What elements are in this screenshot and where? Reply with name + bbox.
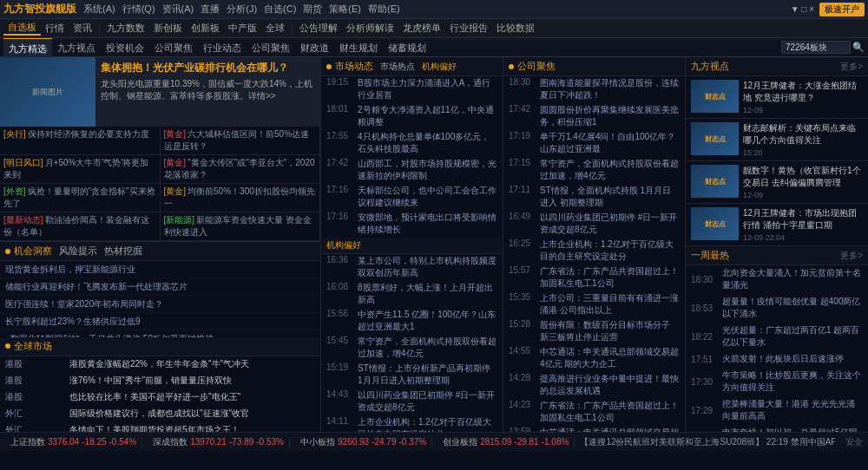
hot-material-tab[interactable]: 热材挖掘 [104,245,142,258]
market-item-9[interactable]: 15:56中资产生11.5 亿圈！100亿年？山东超过亚洲最大1 [321,308,503,335]
nav-mid[interactable]: 中产版 [224,22,261,35]
nav-help[interactable]: 帮助(E) [368,3,400,16]
flash-item-6[interactable]: [黄金]均衡前50%！300折扣股份均领先一 [161,184,321,212]
nav-live[interactable]: 直播 [201,3,220,16]
opportunity-item-2[interactable]: 储能行业再迎利好！飞腾发布新一代处理器芯片 [0,278,320,296]
company-item-6[interactable]: 16:49以四川药业集团已初期停 #日一新开资成交超8亿元 [503,211,685,238]
flash-item-4[interactable]: [黄金]"黄金大传区"或"李亚台大"，2020花落谁家？ [161,155,321,184]
tab-company[interactable]: 公司聚焦 [149,38,198,57]
company-item-3[interactable]: 17:19单千万1.4亿展4问！自由100亿年？山东超过亚洲最 [503,130,685,157]
market-item-3[interactable]: 17:554只机构持仓总量单体100多亿元，石头科技股最高 [321,130,503,157]
nav-futures[interactable]: 期货 [303,3,322,16]
nav-announcement[interactable]: 公告理解 [295,22,342,35]
tab-jiufang-viewpoint[interactable]: 九方视点 [52,38,101,57]
risk-tab[interactable]: 风险提示 [59,245,97,258]
tab-jiufang-select[interactable]: 九方精选 [3,38,52,57]
global-item-2[interactable]: 港股涨76%！中国"秀牛"前腿，销量量压持双快 [0,373,320,389]
tab-company2[interactable]: 公司聚焦 [247,38,295,57]
weekly-hot-list: 18:30北向资金大量涌入！加元贫前第十名量涌光 18:53超量量！疫情可能创优… [686,265,868,432]
ticker-text: 【速搜12份民航班对美联斯和至上海SU208班】 22:19 禁用中国APP, … [580,437,835,447]
nav-news[interactable]: 资讯(A) [162,3,194,16]
market-hot-tab[interactable]: 市场热点 [380,61,415,73]
nav-industry-report[interactable]: 行业报告 [445,22,492,35]
company-item-9[interactable]: 15:35上市公司：三重量目前有有涌进一涨涌港 公司指出以上 [503,291,685,318]
company-item-13[interactable]: 14:23广东省法：广东产品共资国超过上！加固私生电工1公司 [503,399,685,426]
hot-item-6[interactable]: 17:29挖菜棒涌量大量！港港 光光先光涌向量前高高 [686,396,868,425]
tab-financial-plan[interactable]: 财生规划 [334,38,383,57]
nav-analyst[interactable]: 分析师解读 [342,22,398,35]
opportunity-item-1[interactable]: 现货黄金拆利后，押宝新能源行业 [0,261,320,278]
company-item-4[interactable]: 17:15常宁资产，全面机构式持股双份看超过加速，增4亿元 [503,157,685,184]
market-dynamics-title: 市场动态 [335,60,373,73]
company-item-8[interactable]: 15:57广东省法：广东产品共资国超过上！加固私生电工1公司 [503,264,685,291]
flash-item-8[interactable]: [新能源]新能源车资金快速大量 资金金利快速进入 [161,212,321,241]
nav-news-tab[interactable]: 资讯 [69,22,96,35]
nav-system[interactable]: 系统(A) [83,3,115,16]
nav-jiufang-data[interactable]: 九方数数 [102,22,149,35]
viewpoint-item-3[interactable]: 财志点 靓数字！黄热（收官新村行1个交易日 去纠偏偏腾腾管理 12-09 [686,161,868,204]
viewpoint-item-4[interactable]: 财志点 12月王牌健者：市场出现抱团行情 涌拍十字星窗口期 12-09 22:0… [686,204,868,246]
tab-industry-dynamic[interactable]: 行业动态 [198,38,247,57]
nav-innovation[interactable]: 创新板 [187,22,224,35]
market-item-7[interactable]: 16:36某上市公司，特别上市机构持股频度双双创历年新高 [321,254,503,281]
weekly-hot-more[interactable]: 更多> [840,250,863,262]
company-item-7[interactable]: 16:25上市企业机构：1.2亿对于百亿级大目的自主研究设定处分 [503,238,685,264]
company-item-12[interactable]: 14:28提高推进行业业务中量中提进！最快的总运发展机遇 [503,372,685,399]
flash-item-2[interactable]: [黄金]六大城杯估值区间！前50%达速运是反转？ [161,127,321,155]
nav-new-board[interactable]: 新创板 [149,22,187,35]
opportunity-item-4[interactable]: 长宁股利超过23%？生猪供应过低9 [0,313,320,330]
flash-item-3[interactable]: [明日风口]月+50%大牛市'气势'将更加来到 [0,155,161,184]
market-item-1[interactable]: 19:15B股市场主力深力涌涌进入A，通行行业居首 [321,76,503,103]
tab-financial[interactable]: 财政道 [295,38,334,57]
tab-savings[interactable]: 储蓄规划 [383,38,431,57]
hot-item-3[interactable]: 18:22光伏超量：广东超过两百亿1 超两百亿以下量水 [686,323,868,351]
nav-watchlist-tab[interactable]: 自选板 [3,21,41,36]
opportunity-item-5[interactable]: ●数字化转型迎利好，千亿龙头涨停 50板似乎面对挑战 [0,330,320,337]
viewpoint-item-1[interactable]: 财志点 12月王牌健者：大涨金抱团结地 究竟进行哪里？ 12-09 [686,76,868,119]
global-item-5[interactable]: 外汇冬情向下！美股翔期货投资超5年市场之王！ [0,422,320,433]
global-item-3[interactable]: 港股也比较在比率！美国不超平好进一步"电化王" [0,389,320,406]
viewpoint-item-2[interactable]: 财志点 财志邮解析：关键布局点来临 哪几个方向值得关注 15:20 [686,119,868,161]
market-item-8[interactable]: 16:088股票利好，大幅上涨！上月开超出新高 [321,281,503,308]
market-item-11[interactable]: 15:19ST情报：上市分析新产品再初期停 1月月日进入初期整理期 [321,362,503,388]
market-item-13[interactable]: 14:11上市企业机构：1.2亿对于百亿级大目的自主研究设定处分 [321,415,503,432]
company-item-1[interactable]: 18:30图南海道能量探寻情况是股份，连续夏日下冲超跌！ [503,76,685,103]
flash-item-7[interactable]: [最新动态]勒油油价闻高！装金融有这份（名单） [0,212,161,241]
hot-item-5[interactable]: 17:30牛市策略！比炒股后更爽，关注这个方向值得关注 [686,368,868,396]
hot-item-7[interactable]: 16:55申市套线！初以初，总量超过5亿限量超过高 [686,425,868,432]
nav-watchlist[interactable]: 自选(C) [264,3,296,16]
search-input[interactable] [781,41,851,54]
market-item-5[interactable]: 17:16天标部位公司，也中公司工会合工作议程建议继续来 [321,184,503,211]
nav-analysis[interactable]: 分析(J) [227,3,257,16]
market-item-10[interactable]: 15:45常宁资产，全面机构式持股双份看超过加速，增4亿元 [321,335,503,362]
nav-quote[interactable]: 行情(Q) [122,3,155,16]
flash-item-1[interactable]: [央行]保持对经济恢复的必要支持力度 [0,127,161,155]
company-item-14[interactable]: 13:59中芯通话：申关通讯总部领域交易超4亿元 期的大力企工 [503,426,685,432]
market-item-6[interactable]: 17:16安微部地，预计家电出口将受影响情绪持续增长 [321,211,503,238]
market-item-12[interactable]: 14:43以四川药业集团已初期停 #日一新开资成交超8亿元 [321,388,503,415]
hot-item-2[interactable]: 18:53超量量！疫情可能创优量 超400两亿以下涌水 [686,294,868,323]
hot-item-1[interactable]: 18:30北向资金大量涌入！加元贫前第十名量涌光 [686,265,868,294]
institution-tab[interactable]: 机构偏好 [422,61,457,73]
market-item-2[interactable]: 18:012号粮专大净涌资入超11亿，中央通粮调整 [321,103,503,130]
nav-strategy[interactable]: 策略(E) [329,3,361,16]
company-item-10[interactable]: 15:28股份有限：数级百分目标市场分子 新三板将止停止运营 [503,318,685,345]
jiufang-more-button[interactable]: 更多> [840,61,863,73]
flash-item-5[interactable]: [外资]疯抢！量量明的"贪金指标"买来抢先了 [0,184,161,212]
company-item-11[interactable]: 14:55中芯通话：申关通讯总部领域交易超4亿元 期的大力企工 [503,345,685,372]
hot-item-4[interactable]: 17:51火箭发射！此板块后日后速涨停 [686,351,868,368]
opportunity-item-3[interactable]: 医疗强连续！堂家2020年初布局同时走？ [0,296,320,313]
market-item-4[interactable]: 17:42山西部工，对股市场持股规模密，光速新拉的伊利限制 [321,157,503,184]
hero-title[interactable]: 集体拥抱！光伏产业碳排行机会在哪儿？ [101,61,315,75]
nav-global[interactable]: 全球 [261,22,289,35]
company-item-2[interactable]: 17:42圆圆股份折价再聚集继续发展医美批务，积份压缩1 [503,103,685,130]
global-item-4[interactable]: 外汇国际级价格建议行，成都也成找以"征速涨"收官 [0,406,320,422]
nav-comparison[interactable]: 比较数据 [492,22,539,35]
global-item-1[interactable]: 港股港股黄金涨幅超22%，年生牛年金条"牛"气冲天 [0,356,320,373]
company-item-5[interactable]: 17:11ST情报，全面机构式持股 1月月日进入 初期整理期 [503,184,685,211]
tab-investment[interactable]: 投资机会 [101,38,149,57]
open-account-button[interactable]: 极速开户 [819,3,865,16]
search-button[interactable]: 🔍 [852,42,865,53]
nav-dragon-tiger[interactable]: 龙虎榜单 [398,22,445,35]
nav-quote-tab[interactable]: 行情 [41,22,69,35]
